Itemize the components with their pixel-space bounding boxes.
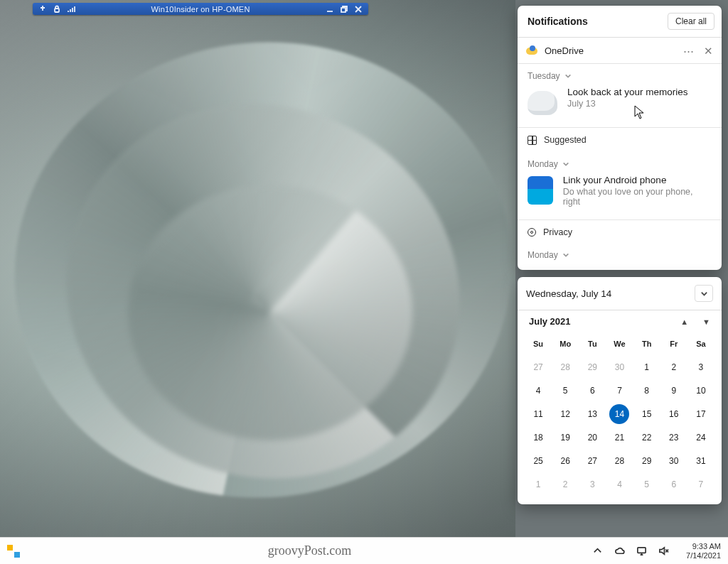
notification-group-suggested: Suggested Monday Link your Android phone… bbox=[518, 127, 722, 219]
chevron-up-icon[interactable] bbox=[592, 546, 603, 556]
calendar-day[interactable]: 1 bbox=[633, 355, 660, 379]
prev-month-button[interactable]: ▲ bbox=[680, 318, 688, 326]
watermark-text: groovyPost.com bbox=[27, 543, 592, 558]
clock-date: 7/14/2021 bbox=[686, 551, 721, 560]
calendar-day[interactable]: 6 bbox=[660, 472, 687, 496]
notification-group-onedrive: OneDrive ⋯ ✕ Tuesday Look back at your m… bbox=[518, 38, 722, 127]
calendar-day[interactable]: 7 bbox=[606, 379, 633, 402]
calendar-day[interactable]: 3 bbox=[687, 355, 714, 379]
lock-icon bbox=[53, 5, 61, 13]
group-heading: Privacy bbox=[543, 227, 572, 237]
notification-title: Look back at your memories bbox=[567, 87, 688, 97]
volume-mute-icon[interactable] bbox=[658, 546, 669, 556]
calendar-day[interactable]: 30 bbox=[660, 449, 687, 472]
calendar-day[interactable]: 24 bbox=[687, 425, 714, 449]
calendar-dow: Sa bbox=[687, 335, 714, 355]
notifications-title: Notifications bbox=[528, 16, 588, 27]
calendar-day[interactable]: 23 bbox=[660, 425, 687, 449]
notification-group-privacy: Privacy Monday bbox=[518, 219, 722, 270]
calendar-day[interactable]: 19 bbox=[552, 425, 579, 449]
system-tray[interactable]: 9:33 AM 7/14/2021 bbox=[592, 542, 721, 560]
notification-title: Link your Android phone bbox=[563, 175, 712, 185]
calendar-day[interactable]: 27 bbox=[525, 355, 552, 379]
minimize-icon[interactable] bbox=[326, 5, 334, 13]
calendar-month-label[interactable]: July 2021 bbox=[529, 316, 571, 327]
calendar-day[interactable]: 4 bbox=[606, 472, 633, 496]
remote-connection-title: Win10Insider on HP-OMEN bbox=[75, 5, 326, 13]
calendar-day[interactable]: 28 bbox=[552, 355, 579, 379]
calendar-dow: We bbox=[606, 335, 633, 355]
svg-rect-2 bbox=[638, 548, 646, 553]
calendar-day[interactable]: 18 bbox=[525, 425, 552, 449]
calendar-dow: Fr bbox=[660, 335, 687, 355]
clock-time: 9:33 AM bbox=[692, 542, 721, 551]
calendar-day[interactable]: 29 bbox=[579, 355, 606, 379]
chevron-down-icon bbox=[562, 161, 569, 168]
clock[interactable]: 9:33 AM 7/14/2021 bbox=[686, 542, 721, 560]
cloud-icon[interactable] bbox=[614, 546, 625, 556]
calendar-day[interactable]: 11 bbox=[525, 402, 552, 425]
calendar-day[interactable]: 3 bbox=[579, 472, 606, 496]
calendar-day[interactable]: 29 bbox=[633, 449, 660, 472]
calendar-day[interactable]: 5 bbox=[633, 472, 660, 496]
group-day-label[interactable]: Monday bbox=[518, 244, 722, 270]
calendar-day[interactable]: 25 bbox=[525, 449, 552, 472]
calendar-day[interactable]: 8 bbox=[633, 379, 660, 402]
more-icon[interactable]: ⋯ bbox=[683, 45, 694, 56]
calendar-day[interactable]: 16 bbox=[660, 402, 687, 425]
notification-subtitle: July 13 bbox=[567, 99, 688, 109]
calendar-day[interactable]: 31 bbox=[687, 449, 714, 472]
calendar-long-date: Wednesday, July 14 bbox=[526, 288, 611, 299]
restore-icon[interactable] bbox=[340, 5, 348, 13]
phone-icon bbox=[528, 176, 553, 205]
svg-rect-0 bbox=[55, 9, 59, 12]
calendar-day[interactable]: 10 bbox=[687, 379, 714, 402]
close-icon[interactable]: ✕ bbox=[704, 45, 713, 56]
chevron-down-icon bbox=[564, 72, 572, 80]
notification-item[interactable]: Link your Android phone Do what you love… bbox=[518, 172, 722, 219]
calendar-grid: SuMoTuWeThFrSa27282930123456789101112131… bbox=[518, 335, 722, 504]
calendar-day[interactable]: 21 bbox=[606, 425, 633, 449]
desktop-wallpaper: Win10Insider on HP-OMEN bbox=[0, 0, 515, 537]
calendar-day[interactable]: 28 bbox=[606, 449, 633, 472]
calendar-day-today[interactable]: 14 bbox=[609, 404, 629, 424]
taskbar[interactable]: groovyPost.com 9:33 AM 7/14/2021 bbox=[0, 537, 728, 564]
pin-icon[interactable] bbox=[38, 5, 47, 13]
group-app-name: OneDrive bbox=[545, 45, 584, 56]
calendar-day[interactable]: 22 bbox=[633, 425, 660, 449]
signal-icon bbox=[67, 5, 75, 13]
calendar-day[interactable]: 9 bbox=[660, 379, 687, 402]
start-icon[interactable] bbox=[7, 545, 20, 558]
calendar-day[interactable]: 17 bbox=[687, 402, 714, 425]
calendar-dow: Tu bbox=[579, 335, 606, 355]
next-month-button[interactable]: ▼ bbox=[702, 318, 710, 326]
calendar-day[interactable]: 13 bbox=[579, 402, 606, 425]
calendar-day[interactable]: 15 bbox=[633, 402, 660, 425]
calendar-day[interactable]: 2 bbox=[660, 355, 687, 379]
cloud-icon bbox=[528, 91, 557, 115]
suggested-icon bbox=[528, 136, 537, 145]
collapse-button[interactable] bbox=[695, 285, 713, 302]
calendar-day[interactable]: 6 bbox=[579, 379, 606, 402]
chevron-down-icon bbox=[700, 290, 708, 298]
group-day-label[interactable]: Monday bbox=[518, 152, 722, 172]
calendar-day[interactable]: 12 bbox=[552, 402, 579, 425]
calendar-day[interactable]: 2 bbox=[552, 472, 579, 496]
wallpaper-sheen bbox=[0, 0, 515, 537]
calendar-day[interactable]: 30 bbox=[606, 355, 633, 379]
calendar-day[interactable]: 20 bbox=[579, 425, 606, 449]
calendar-day[interactable]: 4 bbox=[525, 379, 552, 402]
calendar-day[interactable]: 1 bbox=[525, 472, 552, 496]
calendar-day[interactable]: 5 bbox=[552, 379, 579, 402]
clear-all-button[interactable]: Clear all bbox=[668, 13, 714, 30]
group-day-label[interactable]: Tuesday bbox=[518, 64, 722, 84]
remote-connection-bar[interactable]: Win10Insider on HP-OMEN bbox=[33, 3, 368, 15]
calendar-day[interactable]: 26 bbox=[552, 449, 579, 472]
group-heading: Suggested bbox=[544, 135, 587, 145]
calendar-day[interactable]: 27 bbox=[579, 449, 606, 472]
monitor-icon[interactable] bbox=[636, 546, 647, 556]
notification-item[interactable]: Look back at your memories July 13 bbox=[518, 84, 722, 126]
close-icon[interactable] bbox=[354, 5, 363, 13]
calendar-dow: Mo bbox=[552, 335, 579, 355]
calendar-day[interactable]: 7 bbox=[687, 472, 714, 496]
